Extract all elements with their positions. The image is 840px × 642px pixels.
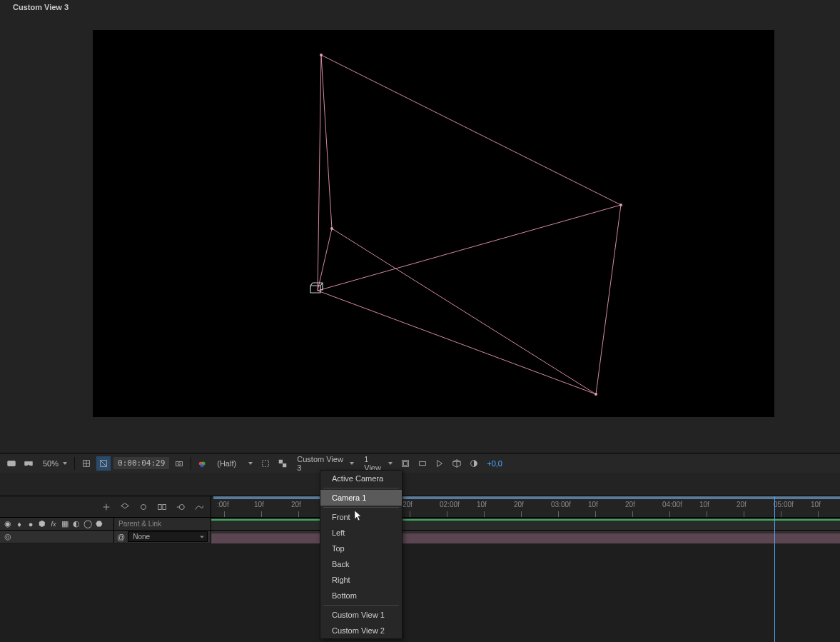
- always-preview-icon[interactable]: [4, 456, 19, 471]
- layer-parent-cell: @ None: [114, 531, 211, 543]
- svg-line-3: [318, 229, 332, 291]
- svg-point-11: [330, 227, 333, 230]
- timeline-column-headers: ◉ ♦ ● ⬢ fx ▦ ◐ ◯ ⬣ Parent & Link: [0, 518, 840, 531]
- timeline-panel: :00f10f20f01:00f10f20f02:00f10f20f03:00f…: [0, 473, 840, 642]
- ruler-tick: 10f: [699, 501, 709, 508]
- menu-bottom[interactable]: Bottom: [320, 588, 402, 603]
- svg-rect-18: [263, 460, 269, 466]
- menu-camera-1[interactable]: Camera 1: [320, 490, 402, 506]
- draft-3d-icon[interactable]: [118, 500, 132, 514]
- svg-point-28: [179, 504, 184, 509]
- preview-toolbar: 50% 0:00:04:29 (Half) Custom View 3 1 Vi…: [0, 453, 840, 473]
- transparency-grid-icon[interactable]: [275, 456, 290, 471]
- zoom-dropdown[interactable]: 50%: [39, 458, 70, 469]
- video-switch-icon[interactable]: ◉: [3, 519, 13, 529]
- svg-rect-20: [283, 463, 286, 467]
- shy-icon[interactable]: [136, 500, 151, 514]
- svg-point-17: [201, 463, 204, 467]
- fast-previews-icon[interactable]: [432, 456, 447, 471]
- svg-line-4: [321, 55, 621, 205]
- viewport-panel: Custom View 3: [0, 0, 840, 453]
- ruler-tick: 10f: [811, 501, 821, 508]
- roi-icon[interactable]: [258, 456, 273, 471]
- menu-custom-view-1[interactable]: Custom View 1: [320, 607, 402, 623]
- svg-line-2: [318, 291, 596, 394]
- layer-row[interactable]: ◎ @ None: [0, 531, 840, 543]
- ruler-tick: 02:00f: [440, 501, 460, 508]
- 3d-renderer-icon[interactable]: [450, 456, 464, 471]
- channel-icon[interactable]: [196, 456, 210, 471]
- menu-left[interactable]: Left: [320, 525, 402, 541]
- 3d-switch-icon[interactable]: ⬣: [94, 519, 104, 529]
- svg-rect-12: [8, 461, 16, 466]
- solo-switch-icon[interactable]: ●: [26, 519, 36, 529]
- svg-line-0: [318, 55, 321, 291]
- pickwhip-icon[interactable]: @: [117, 533, 125, 541]
- viewport-label: Custom View 3: [13, 3, 69, 11]
- audio-switch-icon[interactable]: ♦: [14, 519, 24, 529]
- svg-point-14: [178, 462, 181, 465]
- layer-duration-bar[interactable]: [211, 533, 840, 543]
- track-header-area: [211, 518, 840, 530]
- svg-line-7: [321, 55, 332, 229]
- parent-link-header: Parent & Link: [114, 518, 211, 530]
- exposure-icon[interactable]: [467, 456, 481, 471]
- lock-switch-icon[interactable]: ⬢: [37, 519, 47, 529]
- time-ruler[interactable]: :00f10f20f01:00f10f20f02:00f10f20f03:00f…: [211, 496, 840, 517]
- menu-right[interactable]: Right: [320, 572, 402, 588]
- svg-point-25: [141, 504, 146, 509]
- svg-point-8: [320, 54, 323, 56]
- adjustment-switch-icon[interactable]: ◯: [83, 519, 93, 529]
- ruler-tick: 03:00f: [551, 501, 571, 508]
- timeline-controls: [0, 496, 211, 517]
- svg-rect-26: [158, 504, 161, 509]
- camera-wireframe: [93, 30, 774, 417]
- svg-rect-27: [163, 504, 166, 509]
- layer-spiral-icon[interactable]: ◎: [3, 532, 13, 542]
- layer-switches: ◎: [0, 531, 114, 543]
- vr-icon[interactable]: [21, 456, 36, 471]
- graph-editor-icon[interactable]: [192, 500, 206, 514]
- switch-column-headers: ◉ ♦ ● ⬢ fx ▦ ◐ ◯ ⬣: [0, 518, 114, 530]
- ruler-tick: 20f: [403, 501, 413, 508]
- ruler-tick: 04:00f: [662, 501, 682, 508]
- frame-blend-switch-icon[interactable]: ▦: [60, 519, 70, 529]
- comp-mini-flowchart-icon[interactable]: [99, 500, 113, 514]
- menu-top[interactable]: Top: [320, 541, 402, 556]
- pixel-aspect-icon[interactable]: [415, 456, 430, 471]
- motion-blur-icon[interactable]: [173, 500, 188, 514]
- composition-viewer[interactable]: [93, 30, 774, 417]
- menu-back[interactable]: Back: [320, 556, 402, 572]
- svg-line-6: [332, 229, 596, 394]
- resolution-dropdown[interactable]: (Half): [213, 458, 255, 469]
- svg-rect-19: [279, 459, 283, 463]
- playhead-line[interactable]: [774, 496, 775, 642]
- grid-icon[interactable]: [79, 456, 93, 471]
- fx-switch-icon[interactable]: fx: [49, 519, 59, 529]
- svg-rect-23: [420, 461, 426, 465]
- mask-toggle-icon[interactable]: [96, 456, 111, 471]
- ruler-tick: 10f: [588, 501, 598, 508]
- ruler-tick: 05:00f: [774, 501, 794, 508]
- snapshot-icon[interactable]: [172, 456, 186, 471]
- timeline-header: :00f10f20f01:00f10f20f02:00f10f20f03:00f…: [0, 496, 840, 518]
- menu-active-camera[interactable]: Active Camera: [320, 471, 402, 486]
- exposure-value[interactable]: +0,0: [484, 459, 505, 468]
- ruler-tick: 20f: [737, 501, 747, 508]
- menu-front[interactable]: Front: [320, 509, 402, 525]
- ruler-tick: 10f: [477, 501, 487, 508]
- svg-point-10: [594, 393, 597, 396]
- view-options-icon[interactable]: [398, 456, 413, 471]
- menu-custom-view-2[interactable]: Custom View 2: [320, 623, 402, 638]
- motion-blur-switch-icon[interactable]: ◐: [71, 519, 81, 529]
- work-area-bar[interactable]: [213, 496, 840, 499]
- frame-blend-icon[interactable]: [155, 500, 169, 514]
- ruler-tick: :00f: [217, 501, 229, 508]
- ruler-tick: 10f: [254, 501, 264, 508]
- layer-track[interactable]: [211, 531, 840, 543]
- ruler-tick: 20f: [625, 501, 635, 508]
- current-time[interactable]: 0:00:04:29: [113, 457, 169, 469]
- svg-point-9: [619, 204, 622, 206]
- ruler-tick: 20f: [291, 501, 301, 508]
- parent-dropdown[interactable]: None: [128, 531, 208, 542]
